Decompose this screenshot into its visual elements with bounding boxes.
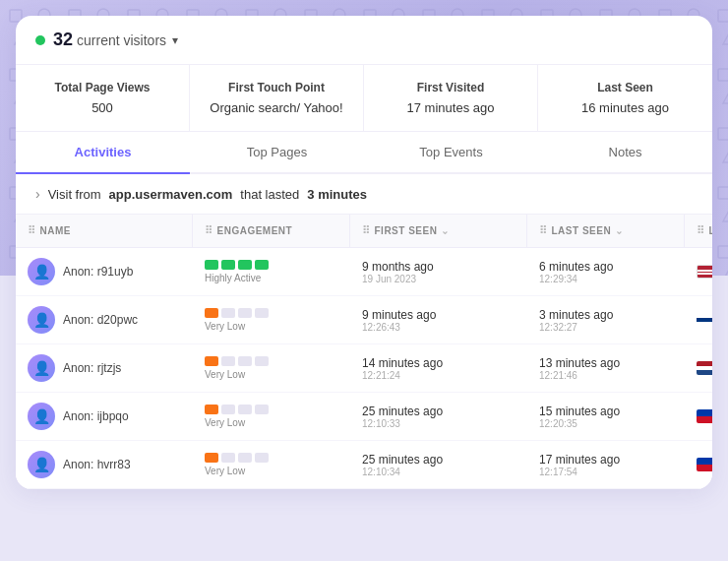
last-seen-cell: 6 minutes ago 12:29:34 (527, 250, 685, 294)
user-cell: 👤 Anon: hvrr83 (16, 441, 193, 488)
location-cell: San Diego USA (685, 250, 712, 294)
user-name: Anon: hvrr83 (63, 458, 131, 471)
tab-top-events[interactable]: Top Events (364, 132, 538, 172)
engagement-bar (238, 260, 252, 270)
engagement-bar (255, 405, 269, 414)
tab-top-pages[interactable]: Top Pages (190, 132, 364, 172)
th-name: ⠿ NAME (16, 215, 193, 247)
engagement-bar (238, 308, 252, 318)
engagement-label: Very Low (205, 369, 338, 380)
stat-label-0: Total Page Views (33, 81, 171, 94)
engagement-cell: Very Low (193, 346, 350, 390)
user-name: Anon: r91uyb (63, 265, 133, 279)
th-last-seen[interactable]: ⠿ LAST SEEN ⌄ (527, 215, 685, 247)
engagement-bar (205, 356, 218, 366)
engagement-bar (255, 260, 269, 270)
stat-total-page-views: Total Page Views 500 (16, 65, 190, 131)
engagement-cell: Very Low (193, 395, 350, 438)
engagement-bar (255, 308, 269, 318)
engagement-label: Highly Active (205, 273, 338, 283)
last-seen-absolute: 12:17:54 (539, 467, 673, 477)
user-name: Anon: ijbpqo (63, 409, 129, 423)
main-card: 32 current visitors ▾ Total Page Views 5… (16, 16, 712, 489)
last-seen-absolute: 12:20:35 (539, 418, 673, 429)
first-seen-absolute: 12:10:33 (362, 418, 516, 429)
grip-icon: ⠿ (539, 224, 548, 237)
engagement-cell: Highly Active (193, 250, 350, 293)
first-seen-relative: 25 minutes ago (362, 453, 516, 467)
first-seen-cell: 25 minutes ago 12:10:33 (350, 395, 527, 439)
last-seen-relative: 15 minutes ago (539, 405, 673, 418)
user-cell: 👤 Anon: d20pwc (16, 296, 193, 343)
visit-prefix: Visit from (48, 187, 101, 202)
user-name: Anon: d20pwc (63, 313, 138, 327)
chevron-down-icon[interactable]: ▾ (172, 33, 178, 47)
location-cell: Pasig Philippines (685, 395, 712, 439)
stats-row: Total Page Views 500 First Touch Point O… (16, 65, 712, 132)
grip-icon: ⠿ (205, 224, 213, 237)
first-seen-relative: 9 months ago (362, 260, 516, 274)
last-seen-relative: 17 minutes ago (539, 453, 673, 467)
user-cell: 👤 Anon: ijbpqo (16, 393, 193, 440)
expand-arrow-icon[interactable]: › (35, 186, 40, 202)
last-seen-cell: 3 minutes ago 12:32:27 (527, 298, 685, 343)
visitors-bar[interactable]: 32 current visitors ▾ (16, 16, 712, 65)
first-seen-relative: 14 minutes ago (362, 356, 516, 370)
stat-first-touch-point: First Touch Point Organic search/ Yahoo! (190, 65, 364, 131)
first-seen-relative: 9 minutes ago (362, 308, 516, 322)
engagement-label: Very Low (205, 466, 338, 476)
last-seen-relative: 6 minutes ago (539, 260, 673, 274)
visitors-label: current visitors (77, 32, 166, 48)
table-row[interactable]: 👤 Anon: rjtzjs Very Low 14 minutes ago 1… (16, 344, 712, 393)
engagement-cell: Very Low (193, 443, 350, 486)
visit-suffix: that lasted (240, 187, 299, 202)
engagement-bar (221, 260, 235, 270)
engagement-bar (205, 453, 218, 463)
table-row[interactable]: 👤 Anon: r91uyb Highly Active 9 months ag… (16, 248, 712, 296)
last-seen-relative: 3 minutes ago (539, 308, 673, 322)
stat-label-2: First Visited (382, 81, 519, 94)
table-row[interactable]: 👤 Anon: hvrr83 Very Low 25 minutes ago 1… (16, 441, 712, 489)
visit-domain: app.usermaven.com (109, 187, 233, 202)
sort-arrow-icon: ⌄ (615, 225, 624, 236)
engagement-bar (221, 308, 235, 318)
avatar: 👤 (28, 306, 55, 334)
first-seen-relative: 25 minutes ago (362, 405, 516, 418)
last-seen-cell: 15 minutes ago 12:20:35 (527, 395, 685, 439)
location-cell: Amsterdam Netherlands (685, 346, 712, 391)
flag-icon (697, 409, 712, 423)
last-seen-cell: 17 minutes ago 12:17:54 (527, 443, 685, 487)
table-wrap: ⠿ NAME ⠿ ENGAGEMENT ⠿ FIRST SEEN ⌄ ⠿ LAS… (16, 215, 712, 489)
engagement-bar (255, 453, 269, 463)
stat-label-3: Last Seen (556, 81, 695, 94)
engagement-bar (221, 405, 235, 414)
flag-icon (697, 458, 712, 471)
engagement-bar (221, 356, 235, 366)
last-seen-cell: 13 minutes ago 12:21:46 (527, 346, 685, 391)
stat-last-seen: Last Seen 16 minutes ago (538, 65, 712, 131)
tab-notes[interactable]: Notes (538, 132, 712, 172)
table-row[interactable]: 👤 Anon: ijbpqo Very Low 25 minutes ago 1… (16, 393, 712, 441)
flag-icon (697, 313, 712, 327)
stat-value-2: 17 minutes ago (382, 100, 519, 115)
engagement-bar (205, 308, 218, 318)
stat-value-3: 16 minutes ago (556, 100, 695, 115)
table-header: ⠿ NAME ⠿ ENGAGEMENT ⠿ FIRST SEEN ⌄ ⠿ LAS… (16, 215, 712, 248)
first-seen-absolute: 12:10:34 (362, 467, 516, 477)
online-indicator (35, 35, 45, 45)
user-name: Anon: rjtzjs (63, 361, 121, 375)
first-seen-cell: 9 months ago 19 Jun 2023 (350, 250, 527, 294)
th-first-seen[interactable]: ⠿ FIRST SEEN ⌄ (350, 215, 527, 247)
tab-activities[interactable]: Activities (16, 132, 190, 172)
table-row[interactable]: 👤 Anon: d20pwc Very Low 9 minutes ago 12… (16, 296, 712, 344)
first-seen-absolute: 12:26:43 (362, 322, 516, 333)
last-seen-absolute: 12:21:46 (539, 370, 673, 381)
location-cell: Helsinki Finland (685, 298, 712, 343)
last-seen-relative: 13 minutes ago (539, 356, 673, 370)
first-seen-cell: 9 minutes ago 12:26:43 (350, 298, 527, 343)
engagement-bar (205, 260, 218, 270)
first-seen-cell: 25 minutes ago 12:10:34 (350, 443, 527, 487)
last-seen-absolute: 12:32:27 (539, 322, 673, 333)
stat-value-0: 500 (33, 100, 171, 115)
engagement-label: Very Low (205, 417, 338, 428)
